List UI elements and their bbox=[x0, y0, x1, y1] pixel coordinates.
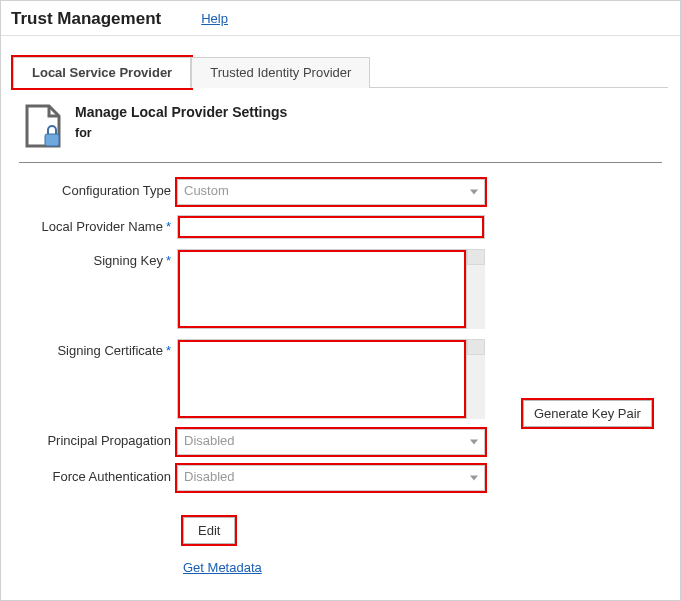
label-force-authentication: Force Authentication bbox=[19, 465, 177, 484]
section-head: Manage Local Provider Settings for bbox=[13, 88, 668, 162]
scrollbar-stub bbox=[467, 339, 485, 419]
get-metadata-link[interactable]: Get Metadata bbox=[183, 560, 262, 575]
settings-form: Configuration Type Custom Local Provider… bbox=[13, 179, 668, 575]
section-subtitle: for bbox=[75, 126, 287, 140]
row-signing-key: Signing Key* bbox=[19, 249, 662, 329]
required-indicator: * bbox=[166, 253, 171, 268]
generate-key-pair-button[interactable]: Generate Key Pair bbox=[523, 400, 652, 427]
required-indicator: * bbox=[166, 343, 171, 358]
chevron-down-icon bbox=[470, 190, 478, 195]
document-lock-icon bbox=[19, 102, 67, 150]
label-configuration-type: Configuration Type bbox=[19, 179, 177, 198]
principal-propagation-value: Disabled bbox=[184, 433, 235, 448]
row-force-authentication: Force Authentication Disabled bbox=[19, 465, 662, 491]
divider bbox=[19, 162, 662, 163]
row-principal-propagation: Principal Propagation Disabled bbox=[19, 429, 662, 455]
label-principal-propagation: Principal Propagation bbox=[19, 429, 177, 448]
edit-button[interactable]: Edit bbox=[183, 517, 235, 544]
trust-management-frame: Trust Management Help Local Service Prov… bbox=[0, 0, 681, 601]
configuration-type-value: Custom bbox=[184, 183, 229, 198]
section-text: Manage Local Provider Settings for bbox=[75, 102, 287, 140]
label-signing-certificate: Signing Certificate* bbox=[19, 339, 177, 358]
form-actions: Edit Get Metadata bbox=[183, 517, 662, 575]
tab-local-service-provider[interactable]: Local Service Provider bbox=[13, 57, 191, 88]
local-provider-name-input[interactable] bbox=[177, 215, 485, 239]
signing-certificate-textarea[interactable] bbox=[177, 339, 467, 419]
label-signing-key: Signing Key* bbox=[19, 249, 177, 268]
tabs: Local Service Provider Trusted Identity … bbox=[13, 56, 668, 88]
force-authentication-select[interactable]: Disabled bbox=[177, 465, 485, 491]
signing-key-textarea[interactable] bbox=[177, 249, 467, 329]
header: Trust Management Help bbox=[1, 1, 680, 36]
principal-propagation-select[interactable]: Disabled bbox=[177, 429, 485, 455]
force-authentication-value: Disabled bbox=[184, 469, 235, 484]
required-indicator: * bbox=[166, 219, 171, 234]
scrollbar-stub bbox=[467, 249, 485, 329]
page-title: Trust Management bbox=[11, 9, 161, 29]
chevron-down-icon bbox=[470, 440, 478, 445]
row-local-provider-name: Local Provider Name* bbox=[19, 215, 662, 239]
tab-trusted-identity-provider[interactable]: Trusted Identity Provider bbox=[191, 57, 370, 88]
help-link[interactable]: Help bbox=[201, 11, 228, 26]
content: Local Service Provider Trusted Identity … bbox=[1, 36, 680, 575]
chevron-down-icon bbox=[470, 476, 478, 481]
label-local-provider-name: Local Provider Name* bbox=[19, 215, 177, 234]
section-title: Manage Local Provider Settings bbox=[75, 104, 287, 120]
row-configuration-type: Configuration Type Custom bbox=[19, 179, 662, 205]
configuration-type-select[interactable]: Custom bbox=[177, 179, 485, 205]
svg-rect-0 bbox=[45, 134, 59, 146]
